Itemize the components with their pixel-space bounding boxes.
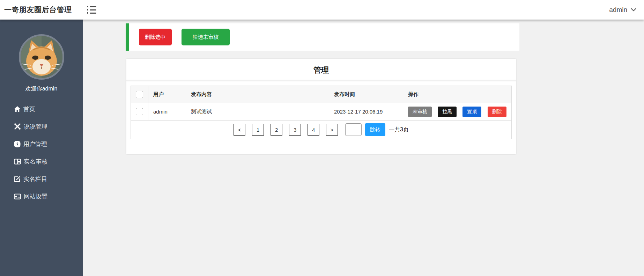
table-header-row: 用户 发布内容 发布时间 操作	[131, 86, 512, 103]
sidebar-item-label: 网站设置	[24, 193, 47, 201]
filter-unreviewed-button[interactable]: 筛选未审核	[182, 29, 230, 45]
sidebar-item-home[interactable]: 首页	[0, 100, 83, 118]
cell-user: admin	[148, 103, 186, 121]
table-row: admin 测试测试 2023-12-17 20:06:19 未审核 拉黑 置顶…	[131, 103, 512, 121]
sidebar-item-label: 实名审核	[24, 158, 47, 166]
user-name: admin	[609, 6, 627, 14]
prev-page-button[interactable]: <	[234, 124, 245, 136]
cell-actions: 未审核 拉黑 置顶 删除	[403, 103, 512, 121]
app-header: 一奇朋友圈后台管理 admin	[0, 0, 644, 20]
sidebar-item-users[interactable]: 用户管理	[0, 135, 83, 153]
cell-content: 测试测试	[186, 103, 329, 121]
menu-list-icon[interactable]	[87, 6, 97, 14]
sidebar-item-label: 用户管理	[23, 140, 47, 148]
manage-panel: 管理 用户 发布内容 发布时间 操作	[126, 59, 516, 154]
page-button-2[interactable]: 2	[271, 124, 282, 136]
row-checkbox[interactable]	[136, 108, 143, 115]
col-actions: 操作	[403, 86, 512, 103]
edit-icon	[14, 176, 21, 182]
select-all-checkbox[interactable]	[136, 91, 143, 98]
delete-button[interactable]: 删除	[488, 107, 506, 117]
avatar[interactable]	[19, 34, 64, 80]
cell-time: 2023-12-17 20:06:19	[329, 103, 403, 121]
sidebar-nav: 首页 说说管理 用户管理 实名审核	[0, 100, 83, 205]
delete-selected-button[interactable]: 删除选中	[139, 29, 172, 45]
sidebar-item-label: 实名栏目	[23, 175, 47, 183]
sidebar-item-label: 说说管理	[24, 123, 47, 131]
blacklist-button[interactable]: 拉黑	[438, 107, 457, 117]
posts-table: 用户 发布内容 发布时间 操作 admin 测试测试 2023-12-17 20…	[131, 86, 512, 139]
pin-top-button[interactable]: 置顶	[462, 107, 481, 117]
page-button-4[interactable]: 4	[308, 124, 319, 136]
id-review-icon	[14, 159, 21, 165]
jump-button[interactable]: 跳转	[365, 123, 385, 136]
posts-icon	[14, 123, 21, 130]
col-content: 发布内容	[186, 86, 329, 103]
app-title: 一奇朋友圈后台管理	[0, 5, 72, 15]
pagination: < 1 2 3 4 > 跳转 一共3页	[131, 123, 511, 136]
sidebar-item-label: 首页	[23, 105, 35, 113]
panel-title: 管理	[126, 59, 516, 81]
chevron-down-icon	[631, 8, 636, 12]
welcome-text: 欢迎你admin	[0, 85, 83, 93]
home-icon	[14, 106, 21, 112]
sidebar-item-posts[interactable]: 说说管理	[0, 118, 83, 135]
user-menu[interactable]: admin	[609, 6, 636, 14]
page-button-3[interactable]: 3	[289, 124, 301, 136]
unreviewed-button[interactable]: 未审核	[408, 107, 432, 117]
sidebar-item-site-settings[interactable]: 网站设置	[0, 188, 83, 205]
page-button-1[interactable]: 1	[252, 124, 264, 136]
col-time: 发布时间	[329, 86, 403, 103]
users-icon	[14, 141, 21, 147]
sidebar: 欢迎你admin 首页 说说管理 用户管理	[0, 20, 83, 276]
sidebar-item-id-review[interactable]: 实名审核	[0, 153, 83, 170]
next-page-button[interactable]: >	[326, 124, 338, 136]
main-content: 删除选中 筛选未审核 管理 用户 发布内容 发布时间 操作	[83, 20, 644, 276]
toolbar: 删除选中 筛选未审核	[126, 23, 519, 51]
site-settings-icon	[14, 194, 21, 199]
total-pages-label: 一共3页	[389, 126, 409, 133]
col-user: 用户	[148, 86, 186, 103]
pagination-row: < 1 2 3 4 > 跳转 一共3页	[131, 121, 512, 139]
sidebar-item-id-column[interactable]: 实名栏目	[0, 170, 83, 188]
jump-page-input[interactable]	[345, 123, 362, 136]
